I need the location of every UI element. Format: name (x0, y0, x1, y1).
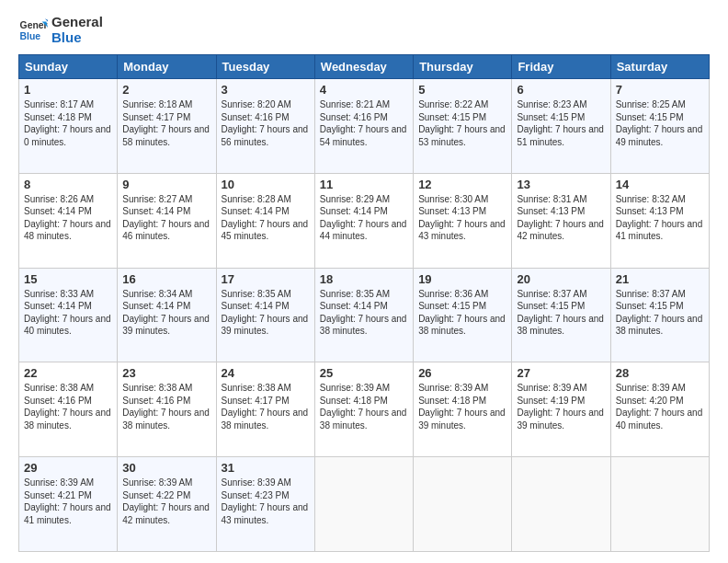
cell-text: Sunrise: 8:37 AMSunset: 4:15 PMDaylight:… (616, 289, 703, 337)
col-header-friday: Friday (512, 55, 610, 79)
logo-general: General (51, 15, 103, 30)
logo: General Blue General Blue (18, 15, 103, 45)
week-row-3: 15 Sunrise: 8:33 AMSunset: 4:14 PMDaylig… (19, 268, 710, 362)
calendar-cell (314, 457, 413, 552)
week-row-5: 29 Sunrise: 8:39 AMSunset: 4:21 PMDaylig… (19, 457, 710, 552)
day-number: 16 (122, 272, 210, 286)
cell-text: Sunrise: 8:38 AMSunset: 4:16 PMDaylight:… (24, 383, 111, 431)
day-number: 25 (320, 366, 408, 380)
day-number: 14 (616, 178, 704, 191)
calendar-cell (512, 457, 610, 552)
calendar-cell: 5 Sunrise: 8:22 AMSunset: 4:15 PMDayligh… (414, 79, 512, 174)
cell-text: Sunrise: 8:39 AMSunset: 4:18 PMDaylight:… (320, 383, 407, 431)
cell-text: Sunrise: 8:39 AMSunset: 4:22 PMDaylight:… (122, 477, 210, 525)
day-number: 10 (222, 178, 310, 191)
cell-text: Sunrise: 8:30 AMSunset: 4:13 PMDaylight:… (418, 194, 506, 242)
day-number: 29 (24, 461, 112, 475)
day-number: 13 (517, 178, 605, 191)
cell-text: Sunrise: 8:28 AMSunset: 4:14 PMDaylight:… (222, 194, 309, 242)
day-number: 7 (616, 83, 704, 97)
calendar-cell: 17 Sunrise: 8:35 AMSunset: 4:14 PMDaylig… (216, 268, 314, 362)
cell-text: Sunrise: 8:38 AMSunset: 4:17 PMDaylight:… (222, 383, 309, 431)
cell-text: Sunrise: 8:35 AMSunset: 4:14 PMDaylight:… (222, 289, 309, 337)
calendar-cell: 9 Sunrise: 8:27 AMSunset: 4:14 PMDayligh… (118, 173, 216, 268)
calendar-cell: 19 Sunrise: 8:36 AMSunset: 4:15 PMDaylig… (414, 268, 512, 362)
day-number: 24 (222, 366, 310, 380)
cell-text: Sunrise: 8:35 AMSunset: 4:14 PMDaylight:… (320, 289, 407, 337)
cell-text: Sunrise: 8:23 AMSunset: 4:15 PMDaylight:… (517, 99, 604, 147)
cell-text: Sunrise: 8:33 AMSunset: 4:14 PMDaylight:… (24, 289, 111, 337)
calendar-cell: 8 Sunrise: 8:26 AMSunset: 4:14 PMDayligh… (19, 173, 118, 268)
cell-text: Sunrise: 8:31 AMSunset: 4:13 PMDaylight:… (517, 194, 604, 242)
calendar-cell: 26 Sunrise: 8:39 AMSunset: 4:18 PMDaylig… (414, 362, 512, 457)
cell-text: Sunrise: 8:29 AMSunset: 4:14 PMDaylight:… (320, 194, 407, 242)
day-number: 2 (122, 83, 210, 97)
calendar-cell (414, 457, 512, 552)
calendar-cell: 4 Sunrise: 8:21 AMSunset: 4:16 PMDayligh… (314, 79, 413, 174)
logo-blue: Blue (51, 30, 103, 46)
cell-text: Sunrise: 8:39 AMSunset: 4:21 PMDaylight:… (24, 477, 111, 525)
week-row-4: 22 Sunrise: 8:38 AMSunset: 4:16 PMDaylig… (19, 362, 710, 457)
col-header-wednesday: Wednesday (314, 55, 413, 79)
cell-text: Sunrise: 8:17 AMSunset: 4:18 PMDaylight:… (24, 99, 111, 147)
cell-text: Sunrise: 8:21 AMSunset: 4:16 PMDaylight:… (320, 99, 407, 147)
day-number: 6 (517, 83, 605, 97)
calendar-cell: 15 Sunrise: 8:33 AMSunset: 4:14 PMDaylig… (19, 268, 118, 362)
calendar-cell: 23 Sunrise: 8:38 AMSunset: 4:16 PMDaylig… (118, 362, 216, 457)
cell-text: Sunrise: 8:22 AMSunset: 4:15 PMDaylight:… (418, 99, 506, 147)
cell-text: Sunrise: 8:32 AMSunset: 4:13 PMDaylight:… (616, 194, 703, 242)
calendar-cell: 25 Sunrise: 8:39 AMSunset: 4:18 PMDaylig… (314, 362, 413, 457)
cell-text: Sunrise: 8:20 AMSunset: 4:16 PMDaylight:… (222, 99, 309, 147)
day-number: 12 (418, 178, 506, 191)
calendar-cell: 22 Sunrise: 8:38 AMSunset: 4:16 PMDaylig… (19, 362, 118, 457)
day-number: 17 (222, 272, 310, 286)
day-number: 31 (222, 461, 310, 475)
cell-text: Sunrise: 8:37 AMSunset: 4:15 PMDaylight:… (517, 289, 604, 337)
day-number: 15 (24, 272, 112, 286)
page: General Blue General Blue SundayMondayTu… (0, 0, 728, 563)
calendar-cell: 28 Sunrise: 8:39 AMSunset: 4:20 PMDaylig… (610, 362, 709, 457)
calendar-cell: 20 Sunrise: 8:37 AMSunset: 4:15 PMDaylig… (512, 268, 610, 362)
week-row-1: 1 Sunrise: 8:17 AMSunset: 4:18 PMDayligh… (19, 79, 710, 174)
cell-text: Sunrise: 8:26 AMSunset: 4:14 PMDaylight:… (24, 194, 111, 242)
cell-text: Sunrise: 8:34 AMSunset: 4:14 PMDaylight:… (122, 289, 210, 337)
day-number: 19 (418, 272, 506, 286)
day-number: 4 (320, 83, 408, 97)
calendar-cell: 13 Sunrise: 8:31 AMSunset: 4:13 PMDaylig… (512, 173, 610, 268)
calendar-cell: 11 Sunrise: 8:29 AMSunset: 4:14 PMDaylig… (314, 173, 413, 268)
col-header-monday: Monday (118, 55, 216, 79)
col-header-tuesday: Tuesday (216, 55, 314, 79)
cell-text: Sunrise: 8:18 AMSunset: 4:17 PMDaylight:… (122, 99, 210, 147)
calendar-cell (610, 457, 709, 552)
day-number: 20 (517, 272, 605, 286)
cell-text: Sunrise: 8:39 AMSunset: 4:18 PMDaylight:… (418, 383, 506, 431)
col-header-sunday: Sunday (19, 55, 118, 79)
cell-text: Sunrise: 8:39 AMSunset: 4:19 PMDaylight:… (517, 383, 604, 431)
cell-text: Sunrise: 8:38 AMSunset: 4:16 PMDaylight:… (122, 383, 210, 431)
calendar-cell: 3 Sunrise: 8:20 AMSunset: 4:16 PMDayligh… (216, 79, 314, 174)
cell-text: Sunrise: 8:39 AMSunset: 4:20 PMDaylight:… (616, 383, 703, 431)
day-number: 27 (517, 366, 605, 380)
svg-text:Blue: Blue (20, 30, 41, 40)
day-number: 26 (418, 366, 506, 380)
day-number: 8 (24, 178, 112, 191)
week-row-2: 8 Sunrise: 8:26 AMSunset: 4:14 PMDayligh… (19, 173, 710, 268)
calendar-cell: 29 Sunrise: 8:39 AMSunset: 4:21 PMDaylig… (19, 457, 118, 552)
cell-text: Sunrise: 8:39 AMSunset: 4:23 PMDaylight:… (222, 477, 309, 525)
calendar-cell: 27 Sunrise: 8:39 AMSunset: 4:19 PMDaylig… (512, 362, 610, 457)
day-number: 23 (122, 366, 210, 380)
col-header-saturday: Saturday (610, 55, 709, 79)
calendar-cell: 18 Sunrise: 8:35 AMSunset: 4:14 PMDaylig… (314, 268, 413, 362)
calendar-cell: 1 Sunrise: 8:17 AMSunset: 4:18 PMDayligh… (19, 79, 118, 174)
calendar-cell: 7 Sunrise: 8:25 AMSunset: 4:15 PMDayligh… (610, 79, 709, 174)
calendar-cell: 6 Sunrise: 8:23 AMSunset: 4:15 PMDayligh… (512, 79, 610, 174)
day-number: 30 (122, 461, 210, 475)
calendar-cell: 30 Sunrise: 8:39 AMSunset: 4:22 PMDaylig… (118, 457, 216, 552)
calendar-cell: 31 Sunrise: 8:39 AMSunset: 4:23 PMDaylig… (216, 457, 314, 552)
cell-text: Sunrise: 8:27 AMSunset: 4:14 PMDaylight:… (122, 194, 210, 242)
day-number: 5 (418, 83, 506, 97)
calendar: SundayMondayTuesdayWednesdayThursdayFrid… (18, 54, 710, 552)
calendar-cell: 10 Sunrise: 8:28 AMSunset: 4:14 PMDaylig… (216, 173, 314, 268)
cell-text: Sunrise: 8:25 AMSunset: 4:15 PMDaylight:… (616, 99, 703, 147)
calendar-cell: 16 Sunrise: 8:34 AMSunset: 4:14 PMDaylig… (118, 268, 216, 362)
